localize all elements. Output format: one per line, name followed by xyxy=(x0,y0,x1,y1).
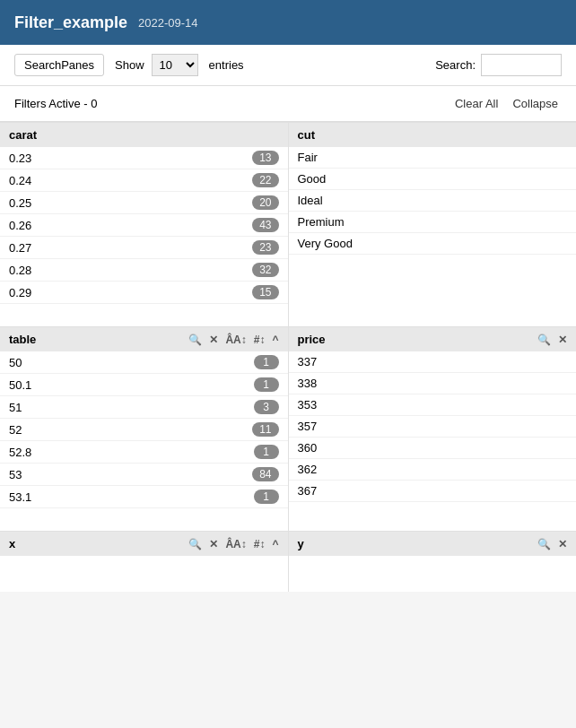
list-item[interactable]: 53 84 xyxy=(0,464,288,486)
close-icon[interactable]: ✕ xyxy=(209,538,218,550)
pane-y: y 🔍 ✕ xyxy=(289,532,577,592)
pane-cut-body[interactable]: Fair Good Ideal Premium Very Good xyxy=(289,147,577,326)
sort-az-icon[interactable]: ÂA↕ xyxy=(225,334,246,346)
list-item[interactable]: 0.26 43 xyxy=(0,214,288,237)
search-icon[interactable]: 🔍 xyxy=(188,334,202,346)
close-icon[interactable]: ✕ xyxy=(558,334,567,346)
pane-carat: carat 0.23 13 0.24 22 0.25 20 0.26 43 xyxy=(0,123,289,326)
list-item[interactable]: 367 xyxy=(289,481,577,502)
list-item[interactable]: 0.29 15 xyxy=(0,282,288,304)
list-item[interactable]: Very Good xyxy=(289,233,577,255)
filter-bar: Filters Active - 0 Clear All Collapse xyxy=(0,86,576,122)
pane-y-body[interactable] xyxy=(289,556,577,592)
pane-cut-title: cut xyxy=(298,128,316,142)
pane-cut-header: cut xyxy=(289,123,577,147)
list-item[interactable]: Ideal xyxy=(289,190,577,212)
pane-y-header: y 🔍 ✕ xyxy=(289,532,577,556)
close-icon[interactable]: ✕ xyxy=(209,334,218,346)
list-item[interactable]: 360 xyxy=(289,438,577,459)
sort-num-icon[interactable]: #↕ xyxy=(254,538,266,550)
list-item[interactable]: 0.23 13 xyxy=(0,147,288,169)
pane-x-header: x 🔍 ✕ ÂA↕ #↕ ^ xyxy=(0,532,288,556)
list-item[interactable]: Premium xyxy=(289,212,577,233)
pane-x-icons: 🔍 ✕ ÂA↕ #↕ ^ xyxy=(188,538,278,550)
list-item[interactable]: 0.27 23 xyxy=(0,237,288,259)
pane-table-icons: 🔍 ✕ ÂA↕ #↕ ^ xyxy=(188,334,278,346)
pane-carat-body[interactable]: 0.23 13 0.24 22 0.25 20 0.26 43 0.27 2 xyxy=(0,147,288,326)
list-item[interactable]: 338 xyxy=(289,373,577,394)
searchpanes-button[interactable]: SearchPanes xyxy=(14,54,104,76)
collapse-button[interactable]: Collapse xyxy=(509,95,562,112)
list-item[interactable]: 50.1 1 xyxy=(0,374,288,396)
pane-x-title: x xyxy=(9,537,15,550)
pane-price-header: price 🔍 ✕ xyxy=(289,327,577,351)
pane-row-3: x 🔍 ✕ ÂA↕ #↕ ^ y 🔍 ✕ xyxy=(0,531,576,592)
filter-actions: Clear All Collapse xyxy=(451,95,562,112)
pane-carat-header: carat xyxy=(0,123,288,147)
pane-table-body[interactable]: 50 1 50.1 1 51 3 52 11 52.8 1 xyxy=(0,351,288,531)
pane-x-body[interactable] xyxy=(0,556,288,592)
sort-up-icon[interactable]: ^ xyxy=(272,334,278,346)
pane-price-body[interactable]: 337 338 353 357 360 362 367 xyxy=(289,351,577,531)
search-area: Search: xyxy=(435,54,562,76)
app-title: Filter_example xyxy=(14,13,127,32)
list-item[interactable]: 53.1 1 xyxy=(0,486,288,508)
pane-table-header: table 🔍 ✕ ÂA↕ #↕ ^ xyxy=(0,327,288,351)
entries-label: entries xyxy=(209,58,244,72)
pane-y-title: y xyxy=(298,537,304,550)
pane-x: x 🔍 ✕ ÂA↕ #↕ ^ xyxy=(0,532,289,592)
list-item[interactable]: 51 3 xyxy=(0,396,288,419)
clear-all-button[interactable]: Clear All xyxy=(451,95,502,112)
app-date: 2022-09-14 xyxy=(138,16,198,30)
app-header: Filter_example 2022-09-14 xyxy=(0,0,576,45)
list-item[interactable]: 52 11 xyxy=(0,419,288,441)
list-item[interactable]: 362 xyxy=(289,459,577,481)
sort-up-icon[interactable]: ^ xyxy=(272,538,278,550)
filters-active-label: Filters Active - 0 xyxy=(14,97,97,110)
list-item[interactable]: Good xyxy=(289,169,577,190)
list-item[interactable]: 0.24 22 xyxy=(0,169,288,192)
search-icon[interactable]: 🔍 xyxy=(537,538,551,550)
pane-cut: cut Fair Good Ideal Premium Very Good xyxy=(289,123,577,326)
list-item[interactable]: 0.25 20 xyxy=(0,192,288,214)
pane-price-title: price xyxy=(298,333,326,346)
pane-row-1: carat 0.23 13 0.24 22 0.25 20 0.26 43 xyxy=(0,122,576,326)
list-item[interactable]: 337 xyxy=(289,351,577,373)
toolbar: SearchPanes Show 10 25 50 100 entries Se… xyxy=(0,45,576,86)
pane-table: table 🔍 ✕ ÂA↕ #↕ ^ 50 1 50.1 1 xyxy=(0,327,289,531)
list-item[interactable]: 353 xyxy=(289,394,577,416)
pane-y-icons: 🔍 ✕ xyxy=(537,538,567,550)
search-icon[interactable]: 🔍 xyxy=(188,538,202,550)
pane-price: price 🔍 ✕ 337 338 353 357 xyxy=(289,327,577,531)
panes-container: carat 0.23 13 0.24 22 0.25 20 0.26 43 xyxy=(0,122,576,592)
search-icon[interactable]: 🔍 xyxy=(537,334,551,346)
list-item[interactable]: 357 xyxy=(289,416,577,438)
list-item[interactable]: 0.28 32 xyxy=(0,259,288,282)
pane-price-icons: 🔍 ✕ xyxy=(537,334,567,346)
show-label: Show xyxy=(115,58,144,72)
list-item[interactable]: 52.8 1 xyxy=(0,441,288,464)
search-label: Search: xyxy=(435,58,476,72)
sort-az-icon[interactable]: ÂA↕ xyxy=(225,538,246,550)
search-input[interactable] xyxy=(481,54,562,76)
pane-carat-title: carat xyxy=(9,128,37,142)
entries-select[interactable]: 10 25 50 100 xyxy=(152,54,198,76)
pane-row-2: table 🔍 ✕ ÂA↕ #↕ ^ 50 1 50.1 1 xyxy=(0,326,576,531)
pane-table-title: table xyxy=(9,333,36,346)
list-item[interactable]: 50 1 xyxy=(0,351,288,374)
list-item[interactable]: Fair xyxy=(289,147,577,169)
sort-num-icon[interactable]: #↕ xyxy=(254,334,266,346)
close-icon[interactable]: ✕ xyxy=(558,538,567,550)
